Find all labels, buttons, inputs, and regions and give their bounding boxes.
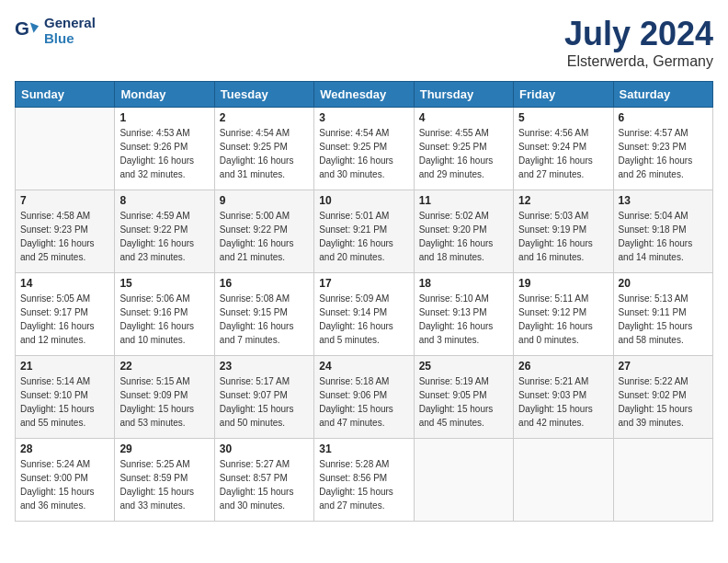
svg-text:G: G <box>15 17 29 39</box>
day-number: 23 <box>220 360 309 373</box>
calendar-cell: 15Sunrise: 5:06 AM Sunset: 9:16 PM Dayli… <box>115 273 214 356</box>
day-info: Sunrise: 4:54 AM Sunset: 9:25 PM Dayligh… <box>319 126 408 181</box>
calendar-cell <box>514 439 613 522</box>
calendar-cell <box>613 439 712 522</box>
day-info: Sunrise: 4:56 AM Sunset: 9:24 PM Dayligh… <box>518 126 608 181</box>
calendar-cell: 9Sunrise: 5:00 AM Sunset: 9:22 PM Daylig… <box>214 190 313 273</box>
day-info: Sunrise: 5:01 AM Sunset: 9:21 PM Dayligh… <box>319 209 408 264</box>
day-info: Sunrise: 5:09 AM Sunset: 9:14 PM Dayligh… <box>319 292 408 347</box>
day-info: Sunrise: 5:03 AM Sunset: 9:19 PM Dayligh… <box>518 209 608 264</box>
weekday-header-row: SundayMondayTuesdayWednesdayThursdayFrid… <box>16 82 713 108</box>
calendar-cell: 10Sunrise: 5:01 AM Sunset: 9:21 PM Dayli… <box>314 190 414 273</box>
day-info: Sunrise: 5:19 AM Sunset: 9:05 PM Dayligh… <box>419 374 508 430</box>
logo: G General Blue <box>15 15 96 46</box>
calendar-cell: 29Sunrise: 5:25 AM Sunset: 8:59 PM Dayli… <box>115 439 214 522</box>
day-number: 12 <box>518 194 608 207</box>
day-number: 6 <box>619 111 708 124</box>
day-info: Sunrise: 4:53 AM Sunset: 9:26 PM Dayligh… <box>119 126 209 181</box>
day-number: 30 <box>220 442 309 455</box>
day-number: 20 <box>619 277 708 290</box>
day-info: Sunrise: 5:18 AM Sunset: 9:06 PM Dayligh… <box>319 374 408 430</box>
calendar-cell: 27Sunrise: 5:22 AM Sunset: 9:02 PM Dayli… <box>613 356 712 439</box>
calendar-cell: 6Sunrise: 4:57 AM Sunset: 9:23 PM Daylig… <box>613 108 712 190</box>
day-info: Sunrise: 5:11 AM Sunset: 9:12 PM Dayligh… <box>518 292 608 347</box>
week-row-1: 1Sunrise: 4:53 AM Sunset: 9:26 PM Daylig… <box>16 108 713 190</box>
day-number: 13 <box>619 194 708 207</box>
day-info: Sunrise: 4:58 AM Sunset: 9:23 PM Dayligh… <box>20 209 109 264</box>
day-number: 28 <box>20 442 109 455</box>
day-number: 7 <box>20 194 109 207</box>
weekday-header-sunday: Sunday <box>16 82 115 108</box>
calendar-cell: 24Sunrise: 5:18 AM Sunset: 9:06 PM Dayli… <box>314 356 414 439</box>
day-number: 25 <box>419 360 508 373</box>
day-info: Sunrise: 5:22 AM Sunset: 9:02 PM Dayligh… <box>619 374 708 430</box>
week-row-3: 14Sunrise: 5:05 AM Sunset: 9:17 PM Dayli… <box>16 273 713 356</box>
day-number: 24 <box>319 360 408 373</box>
day-number: 18 <box>419 277 508 290</box>
weekday-header-tuesday: Tuesday <box>214 82 313 108</box>
calendar-cell: 7Sunrise: 4:58 AM Sunset: 9:23 PM Daylig… <box>16 190 115 273</box>
day-number: 27 <box>619 360 708 373</box>
title-block: July 2024 Elsterwerda, Germany <box>564 15 713 70</box>
day-number: 5 <box>518 111 608 124</box>
calendar-cell: 22Sunrise: 5:15 AM Sunset: 9:09 PM Dayli… <box>115 356 214 439</box>
day-info: Sunrise: 5:08 AM Sunset: 9:15 PM Dayligh… <box>220 292 309 347</box>
week-row-4: 21Sunrise: 5:14 AM Sunset: 9:10 PM Dayli… <box>16 356 713 439</box>
weekday-header-wednesday: Wednesday <box>314 82 414 108</box>
day-info: Sunrise: 4:57 AM Sunset: 9:23 PM Dayligh… <box>619 126 708 181</box>
calendar-cell: 21Sunrise: 5:14 AM Sunset: 9:10 PM Dayli… <box>16 356 115 439</box>
day-info: Sunrise: 5:02 AM Sunset: 9:20 PM Dayligh… <box>419 209 508 264</box>
day-info: Sunrise: 5:06 AM Sunset: 9:16 PM Dayligh… <box>119 292 209 347</box>
calendar-cell: 2Sunrise: 4:54 AM Sunset: 9:25 PM Daylig… <box>214 108 313 190</box>
svg-marker-1 <box>30 23 39 33</box>
calendar-cell: 26Sunrise: 5:21 AM Sunset: 9:03 PM Dayli… <box>514 356 613 439</box>
day-info: Sunrise: 5:25 AM Sunset: 8:59 PM Dayligh… <box>119 457 209 512</box>
day-info: Sunrise: 5:17 AM Sunset: 9:07 PM Dayligh… <box>220 374 309 430</box>
calendar-cell: 18Sunrise: 5:10 AM Sunset: 9:13 PM Dayli… <box>414 273 513 356</box>
calendar-cell: 14Sunrise: 5:05 AM Sunset: 9:17 PM Dayli… <box>16 273 115 356</box>
logo-icon: G <box>15 17 40 43</box>
day-number: 9 <box>220 194 309 207</box>
page-header: G General Blue July 2024 Elsterwerda, Ge… <box>15 15 713 70</box>
weekday-header-monday: Monday <box>115 82 214 108</box>
calendar-table: SundayMondayTuesdayWednesdayThursdayFrid… <box>15 81 713 522</box>
day-info: Sunrise: 5:13 AM Sunset: 9:11 PM Dayligh… <box>619 292 708 347</box>
day-number: 2 <box>220 111 309 124</box>
day-info: Sunrise: 4:59 AM Sunset: 9:22 PM Dayligh… <box>119 209 209 264</box>
calendar-cell: 4Sunrise: 4:55 AM Sunset: 9:25 PM Daylig… <box>414 108 513 190</box>
day-info: Sunrise: 5:05 AM Sunset: 9:17 PM Dayligh… <box>20 292 109 347</box>
day-number: 29 <box>119 442 209 455</box>
day-info: Sunrise: 5:28 AM Sunset: 8:56 PM Dayligh… <box>319 457 408 512</box>
month-title: July 2024 <box>564 15 713 53</box>
calendar-cell: 3Sunrise: 4:54 AM Sunset: 9:25 PM Daylig… <box>314 108 414 190</box>
day-number: 14 <box>20 277 109 290</box>
day-info: Sunrise: 5:24 AM Sunset: 9:00 PM Dayligh… <box>20 457 109 512</box>
day-number: 3 <box>319 111 408 124</box>
day-number: 8 <box>119 194 209 207</box>
day-number: 26 <box>518 360 608 373</box>
day-info: Sunrise: 5:00 AM Sunset: 9:22 PM Dayligh… <box>220 209 309 264</box>
calendar-cell: 17Sunrise: 5:09 AM Sunset: 9:14 PM Dayli… <box>314 273 414 356</box>
calendar-cell: 25Sunrise: 5:19 AM Sunset: 9:05 PM Dayli… <box>414 356 513 439</box>
calendar-cell <box>414 439 513 522</box>
calendar-cell: 31Sunrise: 5:28 AM Sunset: 8:56 PM Dayli… <box>314 439 414 522</box>
calendar-cell <box>16 108 115 190</box>
day-info: Sunrise: 4:55 AM Sunset: 9:25 PM Dayligh… <box>419 126 508 181</box>
calendar-cell: 23Sunrise: 5:17 AM Sunset: 9:07 PM Dayli… <box>214 356 313 439</box>
calendar-cell: 28Sunrise: 5:24 AM Sunset: 9:00 PM Dayli… <box>16 439 115 522</box>
day-info: Sunrise: 5:04 AM Sunset: 9:18 PM Dayligh… <box>619 209 708 264</box>
day-info: Sunrise: 5:27 AM Sunset: 8:57 PM Dayligh… <box>220 457 309 512</box>
calendar-cell: 5Sunrise: 4:56 AM Sunset: 9:24 PM Daylig… <box>514 108 613 190</box>
week-row-5: 28Sunrise: 5:24 AM Sunset: 9:00 PM Dayli… <box>16 439 713 522</box>
calendar-cell: 11Sunrise: 5:02 AM Sunset: 9:20 PM Dayli… <box>414 190 513 273</box>
calendar-cell: 8Sunrise: 4:59 AM Sunset: 9:22 PM Daylig… <box>115 190 214 273</box>
logo-text-line1: General <box>44 15 96 30</box>
day-number: 11 <box>419 194 508 207</box>
day-number: 15 <box>119 277 209 290</box>
weekday-header-thursday: Thursday <box>414 82 513 108</box>
day-info: Sunrise: 5:10 AM Sunset: 9:13 PM Dayligh… <box>419 292 508 347</box>
calendar-cell: 19Sunrise: 5:11 AM Sunset: 9:12 PM Dayli… <box>514 273 613 356</box>
week-row-2: 7Sunrise: 4:58 AM Sunset: 9:23 PM Daylig… <box>16 190 713 273</box>
weekday-header-saturday: Saturday <box>613 82 712 108</box>
calendar-cell: 13Sunrise: 5:04 AM Sunset: 9:18 PM Dayli… <box>613 190 712 273</box>
